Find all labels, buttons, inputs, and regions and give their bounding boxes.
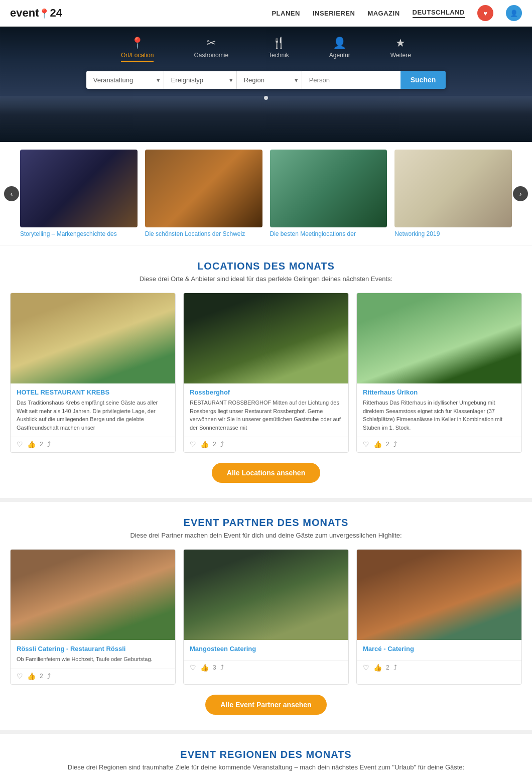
- carousel-item-1-title: Storytelling – Markengeschichte des: [20, 230, 138, 237]
- all-partners-button[interactable]: Alle Event Partner ansehen: [205, 695, 326, 715]
- partner-card-1-text: Ob Familienfeiern wie Hochzeit, Taufe od…: [17, 655, 169, 664]
- location-card-3-like-icon[interactable]: 👍: [373, 440, 382, 448]
- location-card-1: HOTEL RESTAURANT KREBS Das Traditionshau…: [10, 293, 176, 453]
- locations-cards: HOTEL RESTAURANT KREBS Das Traditionshau…: [10, 293, 522, 453]
- location-card-2-text: RESTAURANT ROSSBERGHOF Mitten auf der Li…: [190, 399, 342, 432]
- location-card-3-share-icon[interactable]: ⤴: [393, 440, 397, 448]
- carousel-item-4[interactable]: Networking 2019: [394, 150, 512, 237]
- partner-card-2-share-icon[interactable]: ⤴: [220, 664, 224, 672]
- partner-card-2-like-count: 3: [213, 664, 216, 671]
- location-card-1-heart-icon[interactable]: ♡: [17, 440, 23, 448]
- regions-title: EVENT REGIONEN DES MONATS: [10, 749, 522, 760]
- location-card-1-like-count: 2: [40, 441, 43, 448]
- nav-inserieren[interactable]: INSERIEREN: [313, 10, 355, 17]
- location-card-1-actions: ♡ 👍 2 ⤴: [11, 437, 175, 452]
- hero-nav-agentur-label: Agentur: [329, 52, 350, 59]
- location-card-2-title[interactable]: Rossberghof: [190, 388, 342, 396]
- hero-nav-weitere-label: Weitere: [390, 52, 411, 59]
- hero-section: 📍 Ort/Location ✂ Gastronomie 🍴 Technik 👤…: [0, 27, 532, 142]
- nav-user-icon[interactable]: 👤: [506, 5, 522, 21]
- nav-planen[interactable]: PLANEN: [272, 10, 300, 17]
- partner-card-1: Rössli Catering - Restaurant Rössli Ob F…: [10, 549, 176, 685]
- search-button[interactable]: Suchen: [401, 71, 446, 89]
- location-card-3: Ritterhaus Ürikon Ritterhaus Das Ritterh…: [356, 293, 522, 453]
- location-card-2-like-icon[interactable]: 👍: [200, 440, 209, 448]
- location-card-3-heart-icon[interactable]: ♡: [363, 440, 369, 448]
- gastro-icon: ✂: [207, 37, 216, 50]
- weitere-icon: ★: [395, 37, 406, 50]
- locations-subtitle: Diese drei Orte & Anbieter sind ideal fü…: [10, 275, 522, 283]
- location-card-1-like-icon[interactable]: 👍: [27, 440, 36, 448]
- partner-card-1-like-count: 2: [40, 673, 43, 680]
- logo[interactable]: event📍24: [10, 7, 62, 20]
- partner-card-1-heart-icon[interactable]: ♡: [17, 672, 23, 680]
- partners-title: EVENT PARTNER DES MONATS: [10, 517, 522, 529]
- partner-card-3-share-icon[interactable]: ⤴: [393, 664, 397, 672]
- location-card-3-image: [357, 293, 521, 383]
- person-input[interactable]: [302, 71, 401, 89]
- partner-card-2-image: [184, 550, 348, 640]
- partner-card-1-title[interactable]: Rössli Catering - Restaurant Rössli: [17, 645, 169, 653]
- carousel-item-1[interactable]: Storytelling – Markengeschichte des: [20, 150, 138, 237]
- carousel-item-3[interactable]: Die besten Meetinglocations der: [270, 150, 387, 237]
- technik-icon: 🍴: [272, 37, 286, 50]
- regions-subtitle: Diese drei Regionen sind traumhafte Ziel…: [10, 763, 522, 771]
- location-card-1-image: [11, 293, 175, 383]
- hero-nav-agentur[interactable]: 👤 Agentur: [329, 37, 350, 62]
- carousel-prev-button[interactable]: ‹: [4, 186, 19, 201]
- ereignistyp-select[interactable]: Ereignistyp: [164, 71, 237, 89]
- partner-card-1-actions: ♡ 👍 2 ⤴: [11, 669, 175, 684]
- hero-nav-technik[interactable]: 🍴 Technik: [269, 37, 289, 62]
- hero-nav-weitere[interactable]: ★ Weitere: [390, 37, 411, 62]
- hero-nav-gastro[interactable]: ✂ Gastronomie: [194, 37, 228, 62]
- hero-content: 📍 Ort/Location ✂ Gastronomie 🍴 Technik 👤…: [0, 27, 532, 109]
- region-select-wrap: Region ▾: [237, 71, 302, 89]
- veranstaltung-select-wrap: Veranstaltung ▾: [86, 71, 164, 89]
- partners-section: EVENT PARTNER DES MONATS Diese drei Part…: [0, 498, 532, 730]
- locations-title: LOCATIONS DES MONATS: [10, 261, 522, 272]
- location-card-2-heart-icon[interactable]: ♡: [190, 440, 196, 448]
- partner-card-3-title[interactable]: Marcé - Catering: [363, 645, 515, 653]
- carousel-item-4-title: Networking 2019: [394, 230, 512, 237]
- carousel-section: ‹ Storytelling – Markengeschichte des Di…: [0, 142, 532, 245]
- carousel-next-button[interactable]: ›: [513, 186, 528, 201]
- nav-magazin[interactable]: MAGAZIN: [367, 10, 400, 17]
- locations-section: LOCATIONS DES MONATS Diese drei Orte & A…: [0, 245, 532, 498]
- partner-card-3-like-count: 2: [386, 664, 389, 671]
- partner-card-2-heart-icon[interactable]: ♡: [190, 664, 196, 672]
- partner-card-2-actions: ♡ 👍 3 ⤴: [184, 660, 348, 676]
- nav-deutschland[interactable]: DEUTSCHLAND: [413, 9, 465, 18]
- location-card-1-share-icon[interactable]: ⤴: [47, 440, 51, 448]
- partner-card-1-like-icon[interactable]: 👍: [27, 672, 36, 680]
- partner-card-1-share-icon[interactable]: ⤴: [47, 672, 51, 680]
- hero-nav: 📍 Ort/Location ✂ Gastronomie 🍴 Technik 👤…: [121, 37, 411, 62]
- regions-section: EVENT REGIONEN DES MONATS Diese drei Reg…: [0, 730, 532, 782]
- hero-nav-location-label: Ort/Location: [121, 52, 154, 59]
- agentur-icon: 👤: [333, 37, 346, 50]
- location-card-3-title[interactable]: Ritterhaus Ürikon: [363, 388, 515, 396]
- partner-card-2: Mangosteen Catering ♡ 👍 3 ⤴: [183, 549, 349, 685]
- location-card-3-like-count: 2: [386, 441, 389, 448]
- hero-nav-location[interactable]: 📍 Ort/Location: [121, 37, 154, 62]
- partner-card-1-image: [11, 550, 175, 640]
- location-card-3-text: Ritterhaus Das Ritterhaus in idyllischer…: [363, 399, 515, 432]
- partners-subtitle: Diese drei Partner machen dein Event für…: [10, 532, 522, 539]
- hero-dots: [264, 94, 268, 101]
- partner-card-3-heart-icon[interactable]: ♡: [363, 664, 369, 672]
- region-select[interactable]: Region: [237, 71, 302, 89]
- location-card-2-share-icon[interactable]: ⤴: [220, 440, 224, 448]
- location-card-2-like-count: 2: [213, 441, 216, 448]
- nav-heart-icon[interactable]: ♥: [477, 5, 493, 21]
- partner-card-2-like-icon[interactable]: 👍: [200, 664, 209, 672]
- partner-card-3-like-icon[interactable]: 👍: [373, 664, 382, 672]
- logo-text: event📍24: [10, 7, 62, 20]
- partner-card-2-title[interactable]: Mangosteen Catering: [190, 645, 342, 653]
- carousel-item-2[interactable]: Die schönsten Locations der Schweiz: [145, 150, 262, 237]
- location-card-2-image: [184, 293, 348, 383]
- carousel-items: Storytelling – Markengeschichte des Die …: [20, 150, 512, 237]
- location-card-2-actions: ♡ 👍 2 ⤴: [184, 437, 348, 452]
- location-card-1-title[interactable]: HOTEL RESTAURANT KREBS: [17, 388, 169, 396]
- hero-nav-gastro-label: Gastronomie: [194, 52, 228, 59]
- all-locations-button[interactable]: Alle Locations ansehen: [212, 463, 320, 483]
- veranstaltung-select[interactable]: Veranstaltung: [86, 71, 164, 89]
